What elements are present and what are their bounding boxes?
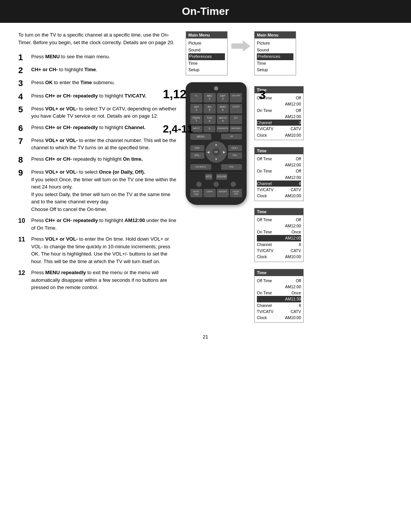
step-num-12: 12: [18, 270, 30, 276]
time-box-3-title: Time: [255, 208, 303, 215]
time-row-clock-1: ClockAM10:00: [257, 132, 301, 138]
time-row-ontime-val-4: AM11:30: [257, 296, 301, 302]
time-box-2: Time Off TimeOff AM12:00 On TimeOff AM12…: [254, 147, 304, 201]
remote-area: 1,12 2,4-11 3 +/- ABC2 DEF3: [186, 82, 247, 205]
btn-insert[interactable]: INSERT: [217, 189, 229, 197]
remote-control: +/- ABC2 DEF3 ON·OFF GHI4 JKL5 MNO6 SLEE…: [186, 82, 247, 205]
time-row-offtime-val-3: AM12:00: [257, 223, 301, 229]
step-num-8: 8: [18, 155, 30, 165]
time-row-ontime-val-3: AM12:00: [257, 235, 301, 241]
btn-mts[interactable]: MTS: [205, 174, 212, 180]
step-text-8: Press CH+ or CH- repeatedly to highlight…: [31, 155, 143, 163]
step-4: 4 Press CH+ or CH- repeatedly to highlig…: [18, 92, 178, 101]
step-num-11: 11: [18, 236, 30, 243]
btn-ch-plus[interactable]: CH+: [190, 145, 204, 151]
step-num-7: 7: [18, 137, 30, 146]
main-menu-title-1: Main Menu: [186, 32, 227, 38]
btn-presets[interactable]: PRESETS: [217, 126, 229, 132]
btn-abc[interactable]: ABC2: [204, 93, 216, 102]
time-row-offtime-3: Off TimeOff: [257, 217, 301, 223]
btn-onoff[interactable]: ON·OFF: [230, 93, 242, 102]
btn-select-center[interactable]: OK: [212, 148, 220, 155]
instructions-column: To turn on the TV to a specific channel …: [18, 31, 178, 323]
step-10: 10 Press CH+ or CH- repeatedly to highli…: [18, 217, 178, 232]
step-11: 11 Press VOL+ or VOL- to enter the On ti…: [18, 235, 178, 265]
page-number: 21: [0, 334, 411, 340]
page-title: On-Timer: [0, 0, 411, 23]
time-row-clock-3: ClockAM10:00: [257, 254, 301, 260]
btn-mno[interactable]: MNO6: [217, 104, 229, 113]
menu-item-preferences-2: Preferences: [257, 53, 293, 60]
step-text-6: Press CH+ or CH- repeatedly to highlight…: [31, 124, 145, 131]
time-boxes-column: Time Off TimeOff AM12:00 On TimeOff AM12…: [254, 86, 304, 323]
btn-small-3[interactable]: [231, 182, 236, 187]
btn-cc[interactable]: CC: [230, 115, 242, 125]
step-num-3: 3: [18, 79, 30, 88]
time-row-ontime-val-2: AM12:00: [257, 174, 301, 181]
btn-ok[interactable]: OK: [221, 134, 242, 139]
menu-arrow: [231, 40, 250, 52]
time-row-offtime-val-2: AM12:00: [257, 162, 301, 168]
main-menu-box-1: Main Menu Picture Sound Preferences Time…: [186, 31, 228, 75]
btn-tuv[interactable]: TUV8: [204, 115, 216, 125]
step-text-2: CH+ or CH- to highlight Time.: [31, 66, 97, 73]
step-num-6: 6: [18, 124, 30, 133]
btn-ch-minus[interactable]: CH-: [228, 152, 242, 158]
btn-info[interactable]: INFO/SEL: [230, 126, 242, 132]
step-9: 9 Press VOL+ or VOL- to select Once (or …: [18, 168, 178, 213]
btn-fav[interactable]: FAV: [221, 164, 242, 170]
step-5: 5 Press VOL+ or VOL- to select TV or CAT…: [18, 105, 178, 120]
time-box-2-title: Time: [255, 147, 303, 154]
time-box-3: Time Off TimeOff AM12:00 On TimeOnce AM1…: [254, 208, 304, 262]
time-box-4: Time Off TimeOff AM12:00 On TimeOnce AM1…: [254, 269, 304, 323]
btn-small-2[interactable]: [213, 182, 219, 187]
time-row-channel-4: Channel8: [257, 302, 301, 308]
step-num-5: 5: [18, 105, 30, 114]
btn-jkl[interactable]: JKL5: [204, 104, 216, 113]
main-menu-items-1: Picture Sound Preferences Time Setup: [186, 38, 227, 75]
step-text-12: Press MENU repeatedly to exit the menu o…: [31, 269, 178, 291]
time-box-2-rows: Off TimeOff AM12:00 On TimeOff AM12:00 C: [255, 154, 303, 201]
step-num-9: 9: [18, 168, 30, 177]
btn-menu[interactable]: MENU: [190, 134, 211, 140]
main-menu-title-2: Main Menu: [255, 32, 296, 38]
label-1-12: 1,12: [163, 88, 193, 100]
step-8: 8 Press CH+ or CH- repeatedly to highlig…: [18, 155, 178, 165]
time-row-tvcatv-3: TV/CATVCATV: [257, 248, 301, 254]
svg-marker-0: [231, 40, 250, 52]
btn-0[interactable]: 0: [204, 126, 216, 132]
step-7: 7 Press VOL+ or VOL- to enter the channe…: [18, 137, 178, 152]
step-12: 12 Press MENU repeatedly to exit the men…: [18, 269, 178, 291]
time-row-channel-2: Channel8: [257, 181, 301, 187]
time-box-4-rows: Off TimeOff AM12:00 On TimeOnce AM11:30: [255, 276, 303, 323]
menu-item-setup-2: Setup: [257, 67, 293, 73]
btn-sound[interactable]: SOUND: [216, 174, 227, 180]
btn-sleep[interactable]: SLEEP: [230, 104, 242, 113]
step-num-2: 2: [18, 66, 30, 75]
step-1: 1 Press MENU to see the main menu.: [18, 53, 178, 62]
intro-text: To turn on the TV to a specific channel …: [18, 31, 178, 46]
step-text-7: Press VOL+ or VOL- to enter the channel …: [31, 137, 178, 152]
time-row-tvcatv-1: TV/CATVCATV: [257, 126, 301, 132]
btn-go-back[interactable]: GO BACK: [190, 164, 211, 170]
time-row-ontime-4: On TimeOnce: [257, 290, 301, 296]
step-text-5: Press VOL+ or VOL- to select TV or CATV,…: [31, 105, 178, 120]
btn-small-1[interactable]: [196, 182, 202, 187]
btn-wxyz[interactable]: WXYZ9: [217, 115, 229, 125]
label-3: 3: [259, 88, 266, 102]
step-text-11: Press VOL+ or VOL- to enter the On time.…: [31, 235, 178, 265]
btn-vol-minus-left[interactable]: VOL-: [190, 152, 204, 158]
step-3: 3 Press OK to enter the Time submenu.: [18, 79, 178, 88]
time-row-ontime-2: On TimeOff: [257, 168, 301, 174]
right-column: Main Menu Picture Sound Preferences Time…: [186, 31, 393, 323]
menu-item-time-1: Time: [188, 60, 225, 67]
time-row-ontime-1: On TimeOff: [257, 107, 301, 113]
main-menu-box-2: Main Menu Picture Sound Preferences Time…: [254, 31, 296, 75]
btn-def[interactable]: DEF3: [217, 93, 229, 102]
btn-vol-plus[interactable]: VOL+: [228, 145, 242, 151]
btn-calendar[interactable]: CALEN-DAR: [230, 189, 242, 197]
main-menu-items-2: Picture Sound Preferences Time Setup: [255, 38, 296, 75]
btn-notepad[interactable]: NOTE-PAD: [190, 189, 202, 197]
btn-caps[interactable]: CAPS: [204, 189, 216, 197]
menu-item-sound-1: Sound: [188, 47, 225, 54]
